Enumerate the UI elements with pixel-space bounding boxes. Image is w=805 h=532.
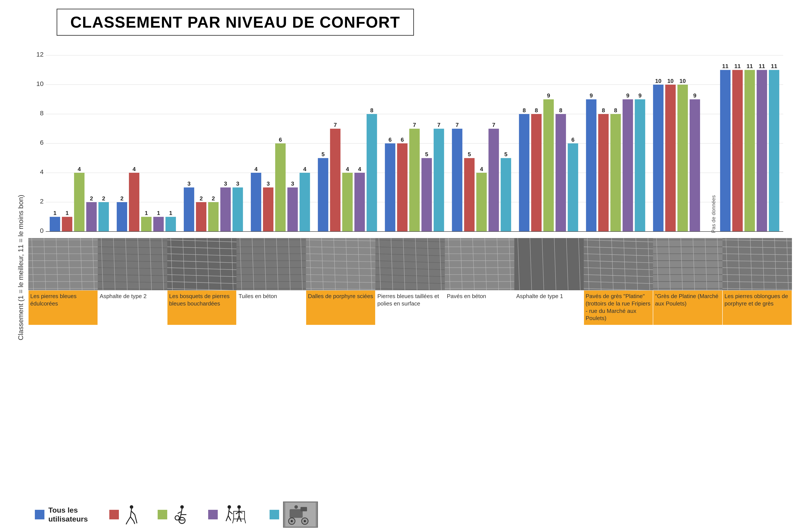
svg-text:7: 7 [456,122,459,128]
svg-line-308 [244,519,245,523]
svg-text:3: 3 [187,180,190,187]
svg-rect-321 [300,507,307,511]
svg-line-292 [130,517,134,521]
chart-svg-container: 0246810121142224111322334363457448667577… [28,42,792,238]
photo-cell-0 [28,238,98,290]
svg-text:8: 8 [559,107,562,114]
label-strip: Les pierres bleues édulcoréesAsphalte de… [28,290,792,325]
motorized-wheelchair-image [283,501,318,528]
wheelchair-icon [171,505,191,525]
legend-color-red [109,510,119,519]
svg-text:4: 4 [358,166,361,172]
label-cell-10: Les pierres oblongues de porphyre et de … [722,290,792,325]
svg-text:5: 5 [504,151,507,158]
svg-line-293 [131,511,135,515]
svg-line-304 [228,516,231,520]
photo-cell-1 [98,238,167,290]
svg-rect-102 [635,99,645,232]
legend-item-cyan [270,501,318,528]
svg-text:8: 8 [523,107,526,114]
svg-rect-70 [422,158,432,232]
main-container: CLASSEMENT PAR NIVEAU DE CONFORT Classem… [0,0,805,532]
svg-text:9: 9 [626,93,629,99]
svg-line-290 [130,509,131,517]
bar-chart-svg: 0246810121142224111322334363457448667577… [28,42,792,238]
svg-rect-54 [318,158,328,232]
svg-rect-115 [732,70,743,232]
svg-text:11: 11 [746,63,753,70]
svg-rect-124 [28,238,98,290]
svg-text:10: 10 [655,78,661,84]
chart-inner: 0246810121142224111322334363457448667577… [28,42,792,493]
chart-area: Classement (1 = le meilleur, 11 = le moi… [13,42,792,493]
svg-line-291 [127,517,130,522]
svg-text:Pas de données: Pas de données [711,195,716,233]
svg-text:4: 4 [480,166,483,172]
svg-text:4: 4 [346,166,349,172]
label-cell-4: Dalles de porphyre sciées [306,290,376,325]
svg-rect-108 [677,84,688,231]
svg-rect-214 [445,238,514,290]
svg-text:5: 5 [322,151,325,158]
svg-rect-104 [653,84,663,231]
svg-point-309 [237,505,241,509]
svg-text:7: 7 [492,122,495,128]
label-cell-0: Les pierres bleues édulcorées [28,290,98,325]
svg-text:4: 4 [133,166,136,172]
svg-text:1: 1 [145,210,148,216]
svg-text:6: 6 [279,136,282,143]
svg-rect-30 [153,217,164,232]
svg-text:6: 6 [401,136,404,143]
svg-text:0: 0 [40,227,43,234]
svg-rect-22 [98,202,109,231]
svg-rect-72 [434,129,444,232]
legend-color-green [158,510,167,519]
svg-rect-46 [263,188,274,232]
svg-text:2: 2 [212,195,215,202]
svg-rect-44 [251,173,261,231]
svg-text:12: 12 [36,51,43,58]
svg-rect-84 [519,114,529,231]
svg-text:2: 2 [40,197,43,205]
label-cell-8: Pavés de grès "Platine" (trottoirs de la… [584,290,653,325]
svg-rect-62 [367,114,377,231]
svg-text:5: 5 [468,151,471,158]
y-axis-label-container: Classement (1 = le meilleur, 11 = le moi… [13,42,28,493]
svg-text:9: 9 [590,93,593,99]
cane-walker-icon [123,505,140,525]
svg-text:8: 8 [602,107,605,114]
svg-rect-74 [452,129,462,232]
label-cell-2: Les bosquets de pierres bleues bouchardé… [167,290,237,325]
svg-line-294 [126,522,127,525]
legend-item-green [158,505,191,525]
photo-strip [28,238,792,290]
svg-rect-66 [397,144,408,231]
svg-rect-90 [555,114,566,231]
svg-text:8: 8 [370,107,373,114]
legend-color-blue [35,510,44,519]
svg-rect-98 [610,114,621,231]
svg-rect-36 [196,202,206,231]
photo-cell-9 [653,238,722,290]
svg-text:1: 1 [53,210,56,216]
svg-rect-50 [288,188,298,232]
svg-rect-119 [757,70,767,232]
photo-cell-6 [445,238,514,290]
legend-color-cyan [270,510,279,519]
svg-text:7: 7 [334,122,336,128]
svg-rect-60 [354,173,365,231]
svg-text:11: 11 [771,63,777,70]
chart-title-box: CLASSEMENT PAR NIVEAU DE CONFORT [57,9,414,36]
svg-text:3: 3 [291,180,294,187]
svg-rect-76 [464,158,474,232]
svg-text:10: 10 [680,78,686,84]
svg-rect-58 [342,173,353,231]
svg-text:7: 7 [437,122,440,128]
svg-rect-78 [476,173,487,231]
chart-title: CLASSEMENT PAR NIVEAU DE CONFORT [70,14,400,31]
svg-rect-26 [129,173,139,231]
legend-label-blue: Tous les utilisateurs [48,506,92,524]
label-cell-5: Pierres bleues taillées et polies en sur… [376,290,445,325]
svg-line-305 [229,511,233,514]
svg-rect-96 [598,114,609,231]
